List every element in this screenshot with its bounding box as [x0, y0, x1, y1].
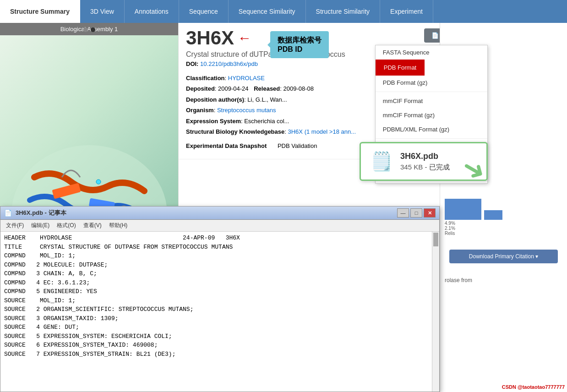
validation-label: PDB Validation: [278, 142, 317, 149]
snapshot-label: Experimental Data Snapshot: [186, 142, 267, 149]
notepad-window: 📄 3H6X.pdb - 记事本 — □ ✕ 文件(F) 编辑(E) 格式(O)…: [0, 206, 440, 392]
dot-indicator-active: [91, 27, 95, 32]
scroll-thumb[interactable]: [433, 233, 438, 246]
titlebar-buttons: — □ ✕: [397, 208, 436, 218]
chart-label-3: Relis: [445, 231, 562, 236]
notepad-menu-view[interactable]: 查看(V): [80, 221, 105, 230]
popup-info: 3H6X.pdb 345 KB - 已完成: [400, 152, 450, 172]
expression-label: Expression System: [186, 118, 241, 125]
file-icon-small: 📄: [431, 32, 439, 39]
tab-sequence-similarity[interactable]: Sequence Similarity: [229, 0, 306, 23]
notepad-menu-edit[interactable]: 编辑(E): [27, 221, 53, 230]
dropdown-mmcif-gz[interactable]: mmCIF Format (gz): [376, 108, 487, 122]
notepad-app-icon: 📄: [4, 209, 12, 217]
nav-spacer: [433, 0, 567, 23]
annotation-line1: 数据库检索号: [278, 36, 322, 45]
pdb-id: 3H6X: [186, 28, 234, 48]
sidebar-text: rolase from: [440, 272, 567, 288]
notepad-menu-file[interactable]: 文件(F): [2, 221, 27, 230]
deposited-value: 2009-04-24: [218, 85, 249, 92]
tab-experiment[interactable]: Experiment: [380, 0, 433, 23]
sidebar-download-btn[interactable]: Download Primary Citation ▾: [449, 250, 558, 263]
pdb-arrow: ←: [238, 30, 251, 46]
sidebar-download-btn-container: Download Primary Citation ▾: [445, 245, 562, 268]
tab-3d-view[interactable]: 3D View: [80, 0, 125, 23]
top-navigation: Structure Summary 3D View Annotations Se…: [0, 0, 567, 23]
notepad-titlebar: 📄 3H6X.pdb - 记事本 — □ ✕: [0, 207, 439, 220]
tab-sequence[interactable]: Sequence: [179, 0, 229, 23]
chart-bar-2: [484, 210, 502, 220]
dropdown-pdb-format[interactable]: PDB Format: [376, 60, 425, 76]
dropdown-mmcif[interactable]: mmCIF Format: [376, 94, 487, 108]
popup-size-value: 345 KB: [400, 163, 423, 171]
minimize-button[interactable]: —: [397, 208, 409, 218]
sidebar-chart-area: 4.9% 2.1% Relis: [440, 188, 567, 240]
notepad-scrollbar[interactable]: [432, 232, 439, 392]
notepad-menu-help[interactable]: 帮助(H): [105, 221, 131, 230]
popup-separator: -: [425, 163, 429, 171]
chart-label-2: 2.1%: [445, 226, 562, 231]
notepad-title: 3H6X.pdb - 记事本: [16, 209, 393, 217]
deposited-label: Deposited: [186, 85, 215, 92]
dropdown-divider1: [376, 92, 487, 92]
released-value: 2009-08-08: [284, 85, 314, 92]
notepad-content: HEADER HYDROLASE 24-APR-09 3H6X TITLE CR…: [0, 232, 439, 392]
classification-link[interactable]: HYDROLASE: [228, 75, 265, 82]
annotation-box: 数据库检索号 PDB ID: [270, 31, 329, 58]
notepad-menubar: 文件(F) 编辑(E) 格式(O) 查看(V) 帮助(H): [0, 220, 439, 232]
chart-bar-1: [445, 199, 481, 220]
sidebar-chart: [445, 192, 562, 220]
svg-point-7: [96, 180, 101, 184]
file-icon-large: 🗒️: [370, 151, 393, 172]
notepad-menu-format[interactable]: 格式(O): [53, 221, 79, 230]
classification-label: Classification: [186, 75, 225, 82]
tab-annotations[interactable]: Annotations: [125, 0, 179, 23]
chart-label-1: 4.9%: [445, 221, 562, 226]
close-button[interactable]: ✕: [424, 208, 436, 218]
doi-link[interactable]: 10.2210/pdb3h6x/pdb: [200, 60, 258, 67]
deposition-label: Deposition author(s): [186, 96, 244, 103]
organism-link[interactable]: Streptococcus mutans: [217, 107, 276, 114]
popup-status: 已完成: [429, 163, 450, 171]
expression-value: Escherichia col...: [244, 118, 289, 125]
csdn-watermark: CSDN @taotaotao7777777: [502, 384, 565, 390]
dropdown-pdb-format-gz[interactable]: PDB Format (gz): [376, 76, 487, 90]
notepad-text-area[interactable]: HEADER HYDROLASE 24-APR-09 3H6X TITLE CR…: [0, 232, 432, 392]
dot-indicator: [83, 27, 88, 32]
structural-link[interactable]: 3H6X (1 model >18 ann...: [288, 128, 356, 135]
deposition-value: Li, G.L., Wan...: [247, 96, 287, 103]
structural-label: Structural Biology Knowledgebase: [186, 128, 284, 135]
annotation-line2: PDB ID: [278, 45, 322, 54]
organism-label: Organism: [186, 107, 214, 114]
dropdown-pdbml[interactable]: PDBML/XML Format (gz): [376, 122, 487, 136]
popup-size-line: 345 KB - 已完成: [400, 163, 450, 172]
tab-structure-summary[interactable]: Structure Summary: [0, 0, 80, 23]
tab-structure-similarity[interactable]: Structure Similarity: [306, 0, 380, 23]
dropdown-fasta[interactable]: FASTA Sequence: [376, 45, 487, 60]
released-label: Released: [254, 85, 280, 92]
popup-filename: 3H6X.pdb: [400, 152, 450, 161]
dropdown-divider2: [376, 138, 487, 139]
doi-label: DOI:: [186, 60, 198, 67]
viewer-dots: [83, 27, 95, 32]
maximize-button[interactable]: □: [410, 208, 422, 218]
